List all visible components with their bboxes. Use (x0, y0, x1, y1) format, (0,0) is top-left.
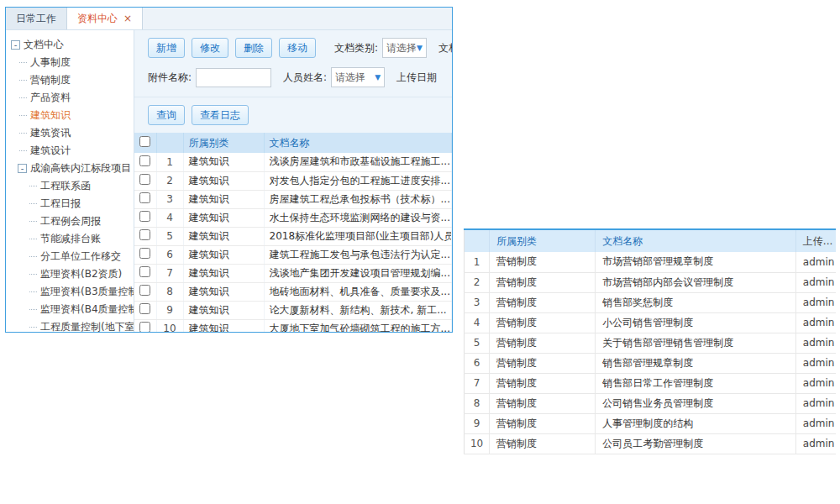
row-checkbox-cell (134, 153, 156, 171)
row-category: 建筑知识 (183, 171, 264, 190)
row-checkbox[interactable] (139, 211, 150, 222)
table-row[interactable]: 9营销制度人事管理制度的结构admin (465, 413, 837, 433)
chevron-down-icon: ▼ (417, 44, 423, 52)
collapse-icon[interactable]: - (18, 164, 27, 173)
header-category: 所属别类 (490, 230, 596, 252)
row-checkbox-cell (134, 227, 156, 245)
delete-button[interactable]: 删除 (235, 38, 272, 58)
row-number: 7 (465, 373, 490, 393)
row-checkbox[interactable] (139, 192, 150, 203)
tree-tick-icon (29, 203, 37, 204)
tree-node-label: 营销制度 (30, 73, 71, 87)
row-doc-name: 大厦地下室加气砼墙砌筑工程的施工方... (264, 319, 452, 333)
move-button[interactable]: 移动 (279, 38, 316, 58)
tree-node[interactable]: 产品资料 (6, 89, 134, 107)
tree-node[interactable]: 工程例会周报 (6, 213, 134, 230)
row-number: 3 (465, 292, 490, 312)
tree-tick-icon (29, 327, 37, 328)
marketing-documents-panel: 所属别类 文档名称 上传... 1营销制度市场营销部管理规章制度admin2营销… (464, 228, 836, 461)
row-doc-name: 浅谈房屋建筑和市政基础设施工程施工... (264, 153, 452, 171)
view-log-button[interactable]: 查看日志 (192, 105, 249, 125)
tree-node[interactable]: 工程日报 (6, 195, 134, 213)
row-number: 9 (465, 413, 490, 433)
table-row[interactable]: 2营销制度市场营销部内部会议管理制度admin (465, 272, 837, 292)
row-checkbox[interactable] (139, 285, 150, 296)
row-doc-name: 市场营销部内部会议管理制度 (596, 272, 796, 292)
table-row[interactable]: 6营销制度销售部管理规章制度admin (465, 353, 837, 373)
row-checkbox[interactable] (139, 174, 150, 185)
table-row[interactable]: 6建筑知识建筑工程施工发包与承包违法行为认定... (134, 245, 452, 264)
tree-node[interactable]: 营销制度 (6, 71, 134, 89)
add-button[interactable]: 新增 (148, 38, 185, 58)
tree-node-label: 节能减排台账 (40, 232, 101, 246)
tree-tick-icon (19, 133, 27, 134)
row-checkbox[interactable] (139, 266, 150, 277)
data-center-window: 日常工作 资料中心 × - 文档中心 人事制度营销制度产品资料建筑知识建筑资讯建… (5, 7, 453, 333)
tree-items: 人事制度营销制度产品资料建筑知识建筑资讯建筑设计 (6, 54, 134, 160)
table-row[interactable]: 5建筑知识2018标准化监理项目部(业主项目部)人员... (134, 227, 452, 245)
table-row[interactable]: 3营销制度销售部奖惩制度admin (465, 292, 837, 312)
table-row[interactable]: 8建筑知识地砖地面材料、机具准备、质量要求及... (134, 282, 452, 301)
row-checkbox[interactable] (139, 229, 150, 240)
table-row[interactable]: 4建筑知识水土保持生态环境监测网络的建设与资... (134, 208, 452, 227)
query-button[interactable]: 查询 (148, 105, 185, 125)
table-row[interactable]: 7营销制度销售部日常工作管理制度admin (465, 373, 837, 393)
row-category: 营销制度 (490, 393, 596, 413)
document-tree: - 文档中心 人事制度营销制度产品资料建筑知识建筑资讯建筑设计 - 成渝高铁内江… (6, 30, 134, 333)
table-row[interactable]: 5营销制度关于销售部管理销售管理制度admin (465, 333, 837, 353)
table-row[interactable]: 9建筑知识论大厦新材料、新结构、新技术, 新工... (134, 301, 452, 319)
row-doc-name: 人事管理制度的结构 (596, 413, 796, 433)
row-checkbox[interactable] (139, 303, 150, 314)
row-uploader: admin (795, 292, 836, 312)
tree-node[interactable]: 工程联系函 (6, 177, 134, 195)
tree-tick-icon (29, 221, 37, 222)
close-icon[interactable]: × (123, 13, 132, 24)
row-doc-name: 关于销售部管理销售管理制度 (596, 333, 796, 353)
row-uploader: admin (795, 353, 836, 373)
tree-node[interactable]: 节能减排台账 (6, 230, 134, 248)
select-all-checkbox[interactable] (139, 136, 150, 147)
attachment-input[interactable] (196, 68, 271, 87)
tree-node[interactable]: 建筑设计 (6, 142, 134, 160)
table-row[interactable]: 4营销制度小公司销售管理制度admin (465, 312, 837, 333)
row-checkbox-cell (134, 171, 156, 190)
edit-button[interactable]: 修改 (192, 38, 228, 58)
category-select[interactable]: 请选择 ▼ (382, 38, 427, 58)
header-doc-name: 文档名称 (264, 133, 452, 153)
table-row[interactable]: 1营销制度市场营销部管理规章制度admin (465, 252, 837, 272)
select-all-checkbox-cell (134, 133, 156, 153)
table-row[interactable]: 10建筑知识大厦地下室加气砼墙砌筑工程的施工方... (134, 319, 452, 333)
tree-node[interactable]: 人事制度 (6, 54, 134, 71)
table-row[interactable]: 2建筑知识对发包人指定分包的工程施工进度安排... (134, 171, 452, 190)
table-row[interactable]: 3建筑知识房屋建筑工程总承包投标书（技术标）... (134, 190, 452, 208)
tab-daily-work[interactable]: 日常工作 (6, 8, 67, 29)
tree-node[interactable]: 工程质量控制(地下室) (6, 318, 134, 333)
tree-node[interactable]: 分工单位工作移交 (6, 248, 134, 265)
row-checkbox[interactable] (139, 155, 150, 166)
tree-node-root[interactable]: - 文档中心 (6, 36, 134, 54)
row-checkbox-cell (134, 245, 156, 264)
tree-node[interactable]: 监理资料(B4质量控制) (6, 301, 134, 318)
table-row[interactable]: 10营销制度公司员工考勤管理制度admin (465, 433, 837, 454)
header-category: 所属别类 (183, 133, 264, 153)
tree-node[interactable]: 建筑资讯 (6, 124, 134, 142)
tab-data-center[interactable]: 资料中心 × (67, 8, 143, 29)
tree-project-items: 工程联系函工程日报工程例会周报节能减排台账分工单位工作移交监理资料(B2资质)监… (6, 177, 134, 333)
tree-node-label: 工程联系函 (40, 179, 91, 193)
row-checkbox[interactable] (139, 248, 150, 259)
tree-node[interactable]: 监理资料(B3质量控制) (6, 283, 134, 301)
tree-node-label: 成渝高铁内江标段项目 (30, 161, 131, 176)
tree-node-project-root[interactable]: - 成渝高铁内江标段项目 (6, 160, 134, 177)
row-checkbox[interactable] (139, 322, 150, 333)
category-select-value: 请选择 (386, 41, 417, 55)
table-row[interactable]: 7建筑知识浅谈地产集团开发建设项目管理规划编... (134, 264, 452, 282)
row-number: 8 (156, 282, 183, 301)
tree-node[interactable]: 建筑知识 (6, 107, 134, 124)
table-row[interactable]: 1建筑知识浅谈房屋建筑和市政基础设施工程施工... (134, 153, 452, 171)
tree-node[interactable]: 监理资料(B2资质) (6, 265, 134, 283)
table-row[interactable]: 8营销制度公司销售业务员管理制度admin (465, 393, 837, 413)
collapse-icon[interactable]: - (11, 40, 20, 50)
person-select[interactable]: 请选择 ▼ (331, 67, 385, 87)
row-doc-name: 房屋建筑工程总承包投标书（技术标）... (264, 190, 452, 208)
row-category: 营销制度 (490, 272, 596, 292)
